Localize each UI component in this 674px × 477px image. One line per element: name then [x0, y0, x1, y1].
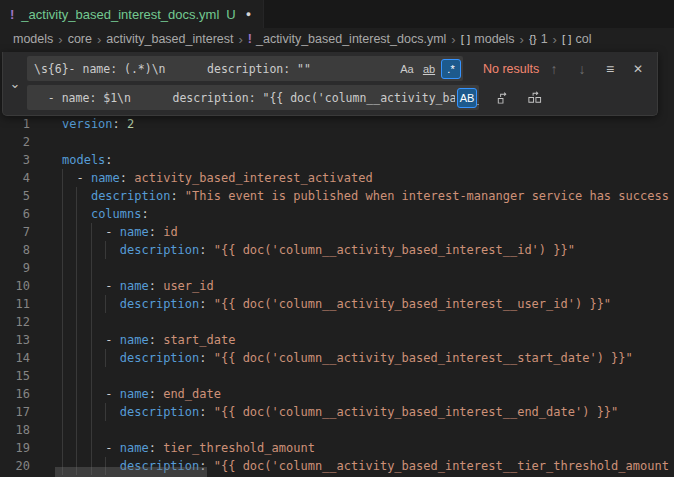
- replace-button[interactable]: [491, 87, 513, 109]
- indent-guide: [62, 169, 63, 187]
- indent-guide: [62, 349, 63, 367]
- breadcrumb-label: models: [474, 32, 514, 46]
- code-line[interactable]: 9: [0, 259, 674, 277]
- indent-guide: [76, 295, 77, 313]
- breadcrumb-item[interactable]: activity_based_interest: [106, 32, 233, 46]
- indent-guide: [91, 331, 92, 349]
- code-line[interactable]: 19 - name: tier_threshold_amount: [0, 439, 674, 457]
- indent-guide: [62, 241, 63, 259]
- replace-input[interactable]: - name: $1\n description: "{{ doc('colum…: [27, 85, 479, 110]
- indent-guide: [91, 403, 92, 421]
- chevron-right-icon: ›: [520, 32, 524, 47]
- indent-guide: [76, 223, 77, 241]
- match-case-toggle[interactable]: Aa: [397, 59, 417, 79]
- code-line[interactable]: 15: [0, 367, 674, 385]
- line-number: 15: [0, 367, 30, 385]
- code-line-content: description: "{{ doc('column__activity_b…: [62, 241, 674, 259]
- tab-bar: ! _activity_based_interest_docs.yml U ●: [0, 0, 674, 28]
- chevron-right-icon: ›: [58, 32, 62, 47]
- indent-guide: [62, 421, 63, 439]
- breadcrumb-item[interactable]: [ ]models: [461, 32, 515, 46]
- close-find-widget-button[interactable]: ✕: [627, 58, 649, 80]
- line-number: 20: [0, 457, 30, 475]
- code-line[interactable]: 18: [0, 421, 674, 439]
- code-line[interactable]: 8 description: "{{ doc('column__activity…: [0, 241, 674, 259]
- indent-guide: [91, 313, 92, 331]
- use-regex-toggle[interactable]: .*: [441, 59, 461, 79]
- line-number: 8: [0, 241, 30, 259]
- code-line[interactable]: 1version: 2: [0, 115, 674, 133]
- indent-guide: [76, 205, 77, 223]
- indent-guide: [91, 385, 92, 403]
- close-icon: ✕: [633, 62, 643, 76]
- toggle-replace-button[interactable]: ⌄: [3, 56, 27, 110]
- find-row: \s{6}- name: (.*)\n description: "" Aa a…: [27, 56, 649, 81]
- tab-active-file[interactable]: ! _activity_based_interest_docs.yml U ●: [0, 0, 264, 28]
- code-line[interactable]: 5 description: "This event is published …: [0, 187, 674, 205]
- indent-guide: [91, 223, 92, 241]
- breadcrumb-item[interactable]: {}1: [529, 32, 548, 46]
- code-line[interactable]: 4 - name: activity_based_interest_activa…: [0, 169, 674, 187]
- next-match-button[interactable]: ↓: [571, 58, 593, 80]
- code-line-content: [62, 367, 674, 385]
- arrow-down-icon: ↓: [579, 61, 586, 77]
- find-input[interactable]: \s{6}- name: (.*)\n description: "" Aa a…: [27, 56, 463, 81]
- breadcrumb-item[interactable]: core: [68, 32, 92, 46]
- line-number: 6: [0, 205, 30, 223]
- code-line[interactable]: 2: [0, 133, 674, 151]
- code-line[interactable]: 12: [0, 313, 674, 331]
- breadcrumb-label: _activity_based_interest_docs.yml: [256, 32, 446, 46]
- code-line[interactable]: 13 - name: start_date: [0, 331, 674, 349]
- code-line-content: description: "{{ doc('column__activity_b…: [62, 403, 674, 421]
- code-line[interactable]: 14 description: "{{ doc('column__activit…: [0, 349, 674, 367]
- horizontal-scrollbar-thumb[interactable]: [55, 467, 207, 477]
- indent-guide: [62, 331, 63, 349]
- code-line[interactable]: 11 description: "{{ doc('column__activit…: [0, 295, 674, 313]
- code-line-content: - name: start_date: [62, 331, 674, 349]
- replace-all-button[interactable]: [523, 87, 545, 109]
- symbol-array-icon: [ ]: [562, 33, 572, 45]
- code-line-content: - name: end_date: [62, 385, 674, 403]
- indent-guide: [91, 259, 92, 277]
- indent-guide: [62, 385, 63, 403]
- code-line[interactable]: 10 - name: user_id: [0, 277, 674, 295]
- breadcrumb-item[interactable]: models: [13, 32, 53, 46]
- chevron-right-icon: ›: [451, 32, 455, 47]
- code-line-content: - name: id: [62, 223, 674, 241]
- line-number: 12: [0, 313, 30, 331]
- breadcrumb-item[interactable]: [ ]col: [562, 32, 592, 46]
- indent-guide: [105, 295, 106, 313]
- code-line[interactable]: 7 - name: id: [0, 223, 674, 241]
- code-line[interactable]: 6 columns:: [0, 205, 674, 223]
- find-input-value: \s{6}- name: (.*)\n description: "": [34, 62, 311, 76]
- breadcrumb-label: models: [13, 32, 53, 46]
- line-number: 2: [0, 133, 30, 151]
- indent-guide: [62, 295, 63, 313]
- breadcrumb-item[interactable]: !_activity_based_interest_docs.yml: [248, 32, 447, 46]
- find-in-selection-button[interactable]: ≡: [599, 58, 621, 80]
- indent-guide: [76, 277, 77, 295]
- indent-guide: [62, 259, 63, 277]
- whole-word-toggle[interactable]: ab: [419, 59, 439, 79]
- line-number: 11: [0, 295, 30, 313]
- preserve-case-toggle[interactable]: AB: [457, 88, 477, 108]
- code-line-content: description: "{{ doc('column__activity_b…: [62, 295, 674, 313]
- modified-dot-icon[interactable]: ●: [246, 9, 251, 19]
- breadcrumb-label: 1: [541, 32, 548, 46]
- previous-match-button[interactable]: ↑: [543, 58, 565, 80]
- line-number: 17: [0, 403, 30, 421]
- indent-guide: [91, 367, 92, 385]
- replace-row: - name: $1\n description: "{{ doc('colum…: [27, 85, 649, 110]
- code-line-content: version: 2: [62, 115, 674, 133]
- arrow-up-icon: ↑: [551, 61, 558, 77]
- breadcrumb: models›core›activity_based_interest›!_ac…: [0, 28, 674, 50]
- line-number: 4: [0, 169, 30, 187]
- code-line[interactable]: 16 - name: end_date: [0, 385, 674, 403]
- code-line[interactable]: 17 description: "{{ doc('column__activit…: [0, 403, 674, 421]
- indent-guide: [76, 367, 77, 385]
- line-number: 13: [0, 331, 30, 349]
- indent-guide: [105, 241, 106, 259]
- code-line[interactable]: 3models:: [0, 151, 674, 169]
- indent-guide: [62, 277, 63, 295]
- line-number: 16: [0, 385, 30, 403]
